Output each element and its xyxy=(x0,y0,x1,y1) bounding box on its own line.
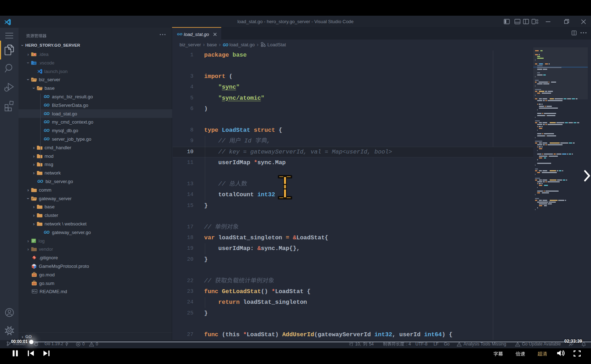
svg-text:GO: GO xyxy=(32,282,36,285)
svg-text:GO: GO xyxy=(32,274,36,276)
